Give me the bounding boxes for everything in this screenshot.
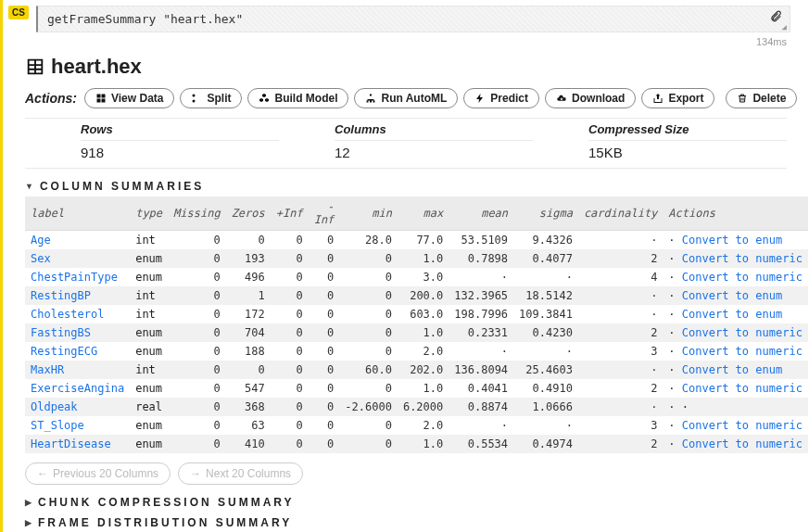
code-input[interactable]: getFrameSummary "heart.hex" ◢ <box>36 6 790 32</box>
convert-action-link[interactable]: Convert to numeric <box>682 326 803 339</box>
col-label: Cholesterol <box>25 305 130 323</box>
sitemap-icon <box>365 93 376 104</box>
next-columns-button[interactable]: → Next 20 Columns <box>178 462 303 485</box>
col-label-link[interactable]: RestingECG <box>31 345 97 358</box>
convert-action-link[interactable]: Convert to enum <box>682 234 782 247</box>
th-zeros: Zeros <box>226 196 271 231</box>
actions-label: Actions: <box>25 91 77 106</box>
col-label-link[interactable]: FastingBS <box>31 326 91 339</box>
col-type: int <box>130 305 168 323</box>
col-ninf: 0 <box>309 249 340 268</box>
col-label-link[interactable]: ChestPainType <box>31 271 118 284</box>
col-missing: 0 <box>168 323 226 342</box>
col-type: enum <box>130 249 168 268</box>
col-zeros: 63 <box>226 416 271 435</box>
prev-columns-button[interactable]: ← Previous 20 Columns <box>25 462 171 485</box>
convert-action-link[interactable]: Convert to numeric <box>682 345 803 358</box>
col-mean: · <box>449 342 513 361</box>
predict-button[interactable]: Predict <box>463 88 539 108</box>
col-actions: · · <box>663 398 808 416</box>
convert-action-link[interactable]: Convert to numeric <box>682 419 803 432</box>
col-type: enum <box>130 416 168 435</box>
convert-action-link[interactable]: Convert to numeric <box>682 271 803 284</box>
col-mean: · <box>449 268 513 286</box>
col-max: 1.0 <box>398 379 449 398</box>
col-cardinality: 2 <box>578 435 663 453</box>
export-button[interactable]: Export <box>641 88 714 108</box>
col-pinf: 0 <box>271 323 309 342</box>
table-row: HeartDiseaseenum04100001.00.55340.49742·… <box>25 435 808 453</box>
table-row: FastingBSenum07040001.00.23310.42302· Co… <box>25 323 808 342</box>
col-cardinality: 2 <box>578 379 663 398</box>
col-label-link[interactable]: ST_Slope <box>31 419 84 432</box>
col-label-link[interactable]: HeartDisease <box>31 437 111 450</box>
split-button[interactable]: Split <box>180 88 242 108</box>
col-cardinality: 4 <box>578 268 663 286</box>
col-mean: 0.4041 <box>449 379 513 398</box>
col-cardinality: · <box>578 361 663 379</box>
col-max: 1.0 <box>398 323 449 342</box>
column-summaries-toggle[interactable]: ▼ COLUMN SUMMARIES <box>25 180 787 193</box>
col-zeros: 410 <box>226 435 271 453</box>
col-sigma: 25.4603 <box>513 361 578 379</box>
attach-icon[interactable] <box>769 10 782 26</box>
col-pinf: 0 <box>271 398 309 416</box>
convert-action-link[interactable]: Convert to enum <box>682 363 782 376</box>
col-pinf: 0 <box>271 231 309 250</box>
col-ninf: 0 <box>309 416 340 435</box>
col-missing: 0 <box>168 361 226 379</box>
col-zeros: 547 <box>226 379 271 398</box>
col-label-link[interactable]: ExerciseAngina <box>31 382 124 395</box>
col-ninf: 0 <box>309 305 340 323</box>
col-pinf: 0 <box>271 342 309 361</box>
col-min: 0 <box>339 305 398 323</box>
col-label: ST_Slope <box>25 416 130 435</box>
run-automl-button[interactable]: Run AutoML <box>354 88 458 108</box>
col-sigma: 0.4974 <box>513 435 578 453</box>
col-label: RestingBP <box>25 286 130 305</box>
col-label-link[interactable]: RestingBP <box>31 289 91 302</box>
col-actions: · Convert to enum <box>663 361 808 379</box>
convert-action-link[interactable]: Convert to enum <box>682 289 782 302</box>
col-missing: 0 <box>168 416 226 435</box>
frame-distribution-toggle[interactable]: ▶ FRAME DISTRIBUTION SUMMARY <box>25 516 787 529</box>
build-model-button[interactable]: Build Model <box>247 88 348 108</box>
delete-button[interactable]: Delete <box>726 88 797 108</box>
col-label-link[interactable]: Age <box>31 234 51 247</box>
col-label-link[interactable]: Sex <box>31 252 51 265</box>
convert-action-link[interactable]: Convert to numeric <box>682 252 803 265</box>
col-missing: 0 <box>168 286 226 305</box>
col-min: 0 <box>339 342 398 361</box>
col-label-link[interactable]: MaxHR <box>31 363 64 376</box>
col-actions: · Convert to numeric <box>663 249 808 268</box>
col-label-link[interactable]: Oldpeak <box>31 400 78 413</box>
col-missing: 0 <box>168 231 226 250</box>
col-max: 2.0 <box>398 342 449 361</box>
convert-action-link[interactable]: Convert to numeric <box>682 382 803 395</box>
col-label: ChestPainType <box>25 268 130 286</box>
col-zeros: 172 <box>226 305 271 323</box>
col-pinf: 0 <box>271 435 309 453</box>
grid-icon <box>95 93 107 104</box>
col-cardinality: 2 <box>578 323 663 342</box>
view-data-button[interactable]: View Data <box>84 88 174 108</box>
chunk-compression-toggle[interactable]: ▶ CHUNK COMPRESSION SUMMARY <box>25 496 787 509</box>
th-actions: Actions <box>663 196 808 231</box>
download-button[interactable]: Download <box>545 88 636 108</box>
col-pinf: 0 <box>271 361 309 379</box>
col-actions: · Convert to numeric <box>663 268 808 286</box>
cell-type-badge: CS <box>8 6 29 19</box>
col-label-link[interactable]: Cholesterol <box>31 308 104 321</box>
resize-handle-icon[interactable]: ◢ <box>782 24 787 30</box>
caret-right-icon: ▶ <box>25 518 34 527</box>
th-ninf: -Inf <box>309 196 340 231</box>
th-missing: Missing <box>168 196 226 231</box>
col-zeros: 0 <box>226 231 271 250</box>
col-ninf: 0 <box>309 268 340 286</box>
col-zeros: 0 <box>226 361 271 379</box>
table-row: Sexenum01930001.00.78980.40772· Convert … <box>25 249 808 268</box>
th-min: min <box>339 196 398 231</box>
convert-action-link[interactable]: Convert to numeric <box>682 437 803 450</box>
table-row: Ageint000028.077.053.51099.4326·· Conver… <box>25 231 808 250</box>
convert-action-link[interactable]: Convert to enum <box>682 308 782 321</box>
